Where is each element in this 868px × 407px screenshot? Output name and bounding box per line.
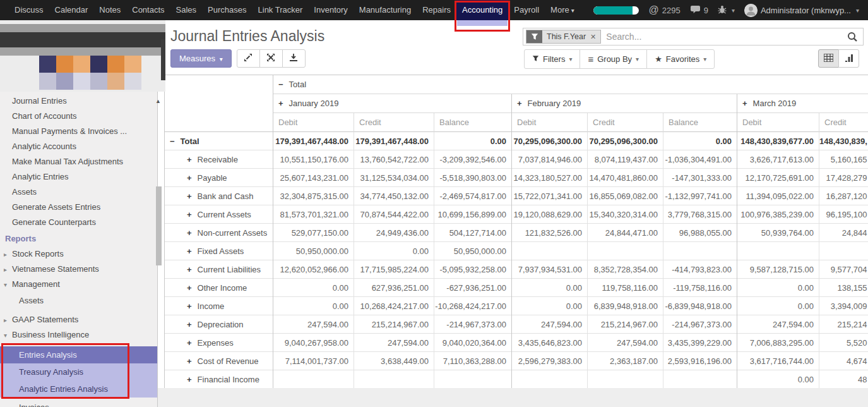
debug-menu[interactable]: ▾ <box>718 5 735 16</box>
sidebar-item-generate-counterparts[interactable]: Generate Counterparts <box>0 215 157 230</box>
pivot-row-header[interactable]: +Current Liabilities <box>165 260 273 279</box>
chart-view-button[interactable] <box>838 49 859 68</box>
sidebar-scrollbar-thumb[interactable] <box>156 186 162 265</box>
sidebar-item-assets[interactable]: Assets <box>0 185 157 200</box>
topbar-item-sales[interactable]: Sales <box>170 0 203 20</box>
expand-plus-icon[interactable]: + <box>187 338 192 348</box>
topbar-item-payroll[interactable]: Payroll <box>508 0 545 20</box>
sidebar-item-analytic-entries[interactable]: Analytic Entries <box>0 169 157 185</box>
pivot-row-header[interactable]: +Non-current Assets <box>165 224 273 242</box>
pivot-header-january-2019[interactable]: +January 2019 <box>273 94 512 113</box>
expand-plus-icon[interactable]: + <box>187 356 192 366</box>
topbar-item-notes[interactable]: Notes <box>93 0 126 20</box>
topbar-item-accounting[interactable]: Accounting <box>456 0 508 20</box>
pivot-measure-january-2019-credit[interactable]: Credit <box>354 113 434 132</box>
pivot-cell: 3,394,009 <box>819 297 868 315</box>
sidebar-item-assets[interactable]: Assets <box>0 293 157 308</box>
sidebar-item-chart-of-accounts[interactable]: Chart of Accounts <box>0 109 157 124</box>
topbar-item-manufacturing[interactable]: Manufacturing <box>354 0 417 20</box>
topbar-item-discuss[interactable]: Discuss <box>9 0 49 20</box>
pivot-header-february-2019[interactable]: +February 2019 <box>512 94 737 113</box>
pivot-row-header[interactable]: +Cost of Revenue <box>165 352 273 370</box>
expand-plus-icon[interactable]: + <box>187 246 192 256</box>
topbar-item-calendar[interactable]: Calendar <box>49 0 94 20</box>
messages-indicator[interactable]: 9 <box>690 5 708 16</box>
sidebar-item-treasury-analysis[interactable]: Treasury Analysis <box>0 363 157 380</box>
pivot-row-header[interactable]: +Bank and Cash <box>165 187 273 205</box>
expand-plus-icon[interactable]: + <box>187 301 192 311</box>
pivot-row-header[interactable]: +Other Income <box>165 279 273 297</box>
group-by-button[interactable]: ≡ Group By ▾ <box>580 49 647 69</box>
pivot-header-total[interactable]: −Total <box>273 75 868 94</box>
sidebar-item-generate-assets-entries[interactable]: Generate Assets Entries <box>0 200 157 215</box>
topbar-item-repairs[interactable]: Repairs <box>417 0 456 20</box>
sidebar-item-management[interactable]: ▾Management <box>0 277 157 292</box>
expand-plus-icon[interactable]: + <box>187 320 192 329</box>
pivot-measure-february-2019-credit[interactable]: Credit <box>588 113 663 132</box>
sidebar-item-manual-payments-invoices[interactable]: Manual Payments & Invoices ... <box>0 124 157 139</box>
collapse-minus-icon[interactable]: − <box>278 80 283 89</box>
row-label: Income <box>198 301 225 311</box>
filters-button[interactable]: Filters ▾ <box>524 49 580 69</box>
sidebar-item-gaap-statements[interactable]: ▸GAAP Statements <box>0 312 157 327</box>
expand-plus-icon[interactable]: + <box>187 210 192 219</box>
sidebar-item-analytic-accounts[interactable]: Analytic Accounts <box>0 139 157 154</box>
pivot-row-header[interactable]: +Expenses <box>165 334 273 352</box>
measures-button[interactable]: Measures ▾ <box>170 49 232 68</box>
sidebar-item-business-intelligence[interactable]: ▾Business Intelligence <box>0 327 157 343</box>
sidebar-item-entries-analysis[interactable]: Entries Analysis <box>0 346 157 363</box>
pivot-measure-january-2019-debit[interactable]: Debit <box>273 113 354 132</box>
topbar-item-contacts[interactable]: Contacts <box>126 0 170 20</box>
pivot-measure-march-2019-credit[interactable]: Credit <box>819 113 868 132</box>
topbar-item-link-tracker[interactable]: Link Tracker <box>253 0 309 20</box>
pivot-row-header[interactable]: −Total <box>165 132 273 150</box>
sidebar-item-vietnamese-statements[interactable]: ▸Vietnamese Statements <box>0 262 157 277</box>
expand-plus-icon[interactable]: + <box>187 265 192 274</box>
topbar-item-inventory[interactable]: Inventory <box>308 0 353 20</box>
collapse-minus-icon[interactable]: − <box>170 137 175 146</box>
expand-plus-icon[interactable]: + <box>187 283 192 293</box>
sidebar-item-make-manual-tax-adjustments[interactable]: Make Manual Tax Adjustments <box>0 154 157 169</box>
facet-remove-icon[interactable]: ✕ <box>590 33 596 41</box>
sidebar-item-stock-reports[interactable]: ▸Stock Reports <box>0 246 157 262</box>
pivot-cell: 15,340,320,314.00 <box>588 205 663 224</box>
pivot-row-header[interactable]: +Payable <box>165 169 273 187</box>
expand-all-button[interactable] <box>237 49 260 68</box>
pivot-row-header[interactable]: +Income <box>165 297 273 315</box>
expand-plus-icon[interactable]: + <box>187 173 192 183</box>
expand-plus-icon[interactable]: + <box>187 375 192 384</box>
expand-plus-icon[interactable]: + <box>187 191 192 201</box>
pivot-row-header[interactable]: +Depreciation <box>165 315 273 334</box>
pivot-measure-march-2019-debit[interactable]: Debit <box>737 113 819 132</box>
logo-pixel <box>107 56 124 73</box>
expand-plus-icon[interactable]: + <box>742 99 747 108</box>
download-button[interactable] <box>282 49 306 68</box>
sidebar-item-analytic-entries-analysis[interactable]: Analytic Entries Analysis <box>0 380 157 398</box>
pivot-header-march-2019[interactable]: +March 2019 <box>737 94 868 113</box>
sidebar-item-invoices[interactable]: Invoices <box>0 400 157 407</box>
expand-plus-icon[interactable]: + <box>187 155 192 164</box>
search-input[interactable] <box>601 32 847 42</box>
scroll-up-arrow[interactable]: ▲ <box>155 98 161 104</box>
pivot-view-button[interactable] <box>818 49 839 68</box>
pivot-row-header[interactable]: +Fixed Assets <box>165 242 273 260</box>
pivot-cell: 17,715,985,224.00 <box>354 260 434 279</box>
pivot-row-header[interactable]: +Financial Income <box>165 370 273 389</box>
sidebar-item-journal-entries[interactable]: Journal Entries <box>0 94 157 109</box>
favorites-button[interactable]: ★ Favorites ▾ <box>646 49 715 69</box>
expand-plus-icon[interactable]: + <box>278 99 283 108</box>
pivot-cell: 3,435,399,229.00 <box>663 334 737 352</box>
pivot-row-header[interactable]: +Receivable <box>165 150 273 169</box>
pivot-measure-february-2019-debit[interactable]: Debit <box>512 113 588 132</box>
expand-plus-icon[interactable]: + <box>187 228 192 238</box>
pivot-measure-january-2019-balance[interactable]: Balance <box>434 113 512 132</box>
activities-indicator[interactable]: @ 2295 <box>648 4 680 16</box>
pivot-row-header[interactable]: +Current Assets <box>165 205 273 224</box>
flip-axis-button[interactable] <box>259 49 283 68</box>
search-icon[interactable] <box>847 32 858 42</box>
user-menu[interactable]: Administrator (mknwyp... ▾ <box>744 4 859 17</box>
topbar-item-purchases[interactable]: Purchases <box>202 0 252 20</box>
pivot-measure-february-2019-balance[interactable]: Balance <box>663 113 737 132</box>
topbar-item-more[interactable]: More▾ <box>545 0 580 20</box>
expand-plus-icon[interactable]: + <box>517 99 522 108</box>
